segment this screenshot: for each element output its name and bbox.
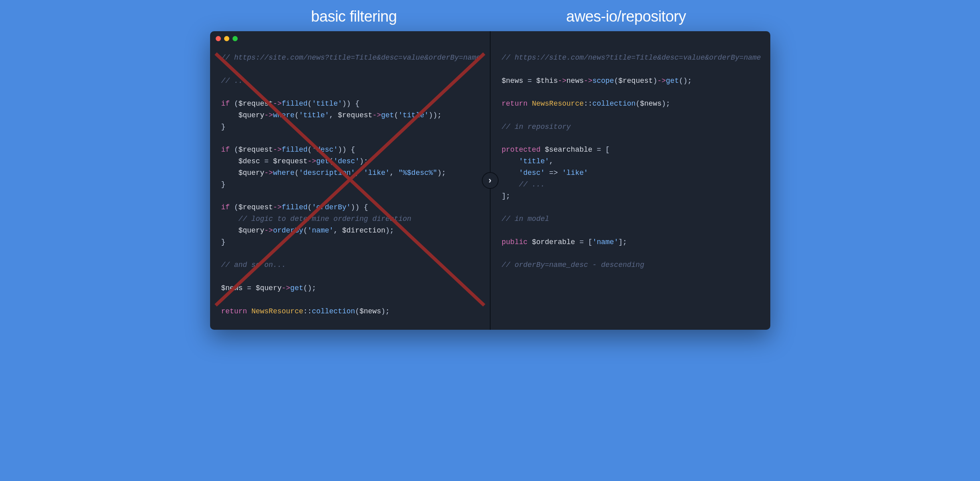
- minimize-icon[interactable]: [224, 36, 229, 41]
- code-var: $request: [618, 77, 653, 85]
- code-comment: // https://site.com/news?title=Title&des…: [221, 54, 481, 62]
- code-string: 'name': [592, 238, 618, 246]
- code-comment: // orderBy=name_desc - descending: [502, 261, 644, 269]
- chevron-right-icon: ›: [489, 175, 491, 186]
- code-var: $orderable: [532, 238, 575, 246]
- code-op: ->: [308, 157, 317, 165]
- code-punc: =: [260, 157, 273, 165]
- code-var: $this: [536, 77, 558, 85]
- code-var: $request: [238, 146, 273, 154]
- code-punc: ,: [333, 226, 342, 234]
- code-fn: collection: [312, 307, 355, 315]
- code-var: $query: [238, 226, 265, 234]
- code-var: $news: [502, 77, 523, 85]
- code-punc: ,: [329, 111, 338, 119]
- code-keyword: protected: [502, 146, 541, 154]
- code-comment: // https://site.com/news?title=Title&des…: [502, 54, 761, 62]
- code-var: $request: [338, 111, 372, 119]
- code-string: 'description': [299, 169, 355, 177]
- code-string: 'like': [364, 169, 390, 177]
- code-string: 'desc': [312, 146, 338, 154]
- code-var: $query: [238, 169, 265, 177]
- code-string: 'title': [299, 111, 329, 119]
- code-punc: }: [221, 123, 226, 131]
- code-class: NewsResource: [532, 100, 584, 108]
- code-keyword: if: [221, 146, 230, 154]
- code-punc: ): [653, 77, 657, 85]
- code-punc: }: [221, 238, 226, 246]
- code-punc: ,: [355, 169, 364, 177]
- code-string: 'title': [312, 100, 342, 108]
- code-fn: get: [316, 157, 329, 165]
- code-punc: }: [221, 180, 226, 188]
- code-punc: );: [437, 169, 446, 177]
- code-punc: ::: [303, 307, 312, 315]
- close-icon[interactable]: [216, 36, 221, 41]
- code-pane-left: // https://site.com/news?title=Title&des…: [210, 31, 491, 330]
- code-block-right: // https://site.com/news?title=Title&des…: [502, 52, 759, 271]
- code-punc: );: [381, 307, 390, 315]
- code-fn: where: [273, 169, 295, 177]
- code-op: ->: [273, 203, 282, 211]
- code-punc: );: [359, 157, 368, 165]
- code-fn: scope: [592, 77, 614, 85]
- code-var: $query: [238, 111, 265, 119]
- code-punc: =: [523, 77, 536, 85]
- heading-right: awes-io/repository: [490, 8, 762, 25]
- code-comment: // in model: [502, 215, 549, 223]
- code-var: $request: [238, 203, 273, 211]
- code-var: $direction: [342, 226, 385, 234]
- code-var: $query: [256, 284, 282, 292]
- code-block-left: // https://site.com/news?title=Title&des…: [221, 52, 479, 317]
- zoom-icon[interactable]: [232, 36, 238, 41]
- code-comment: // ...: [519, 180, 545, 188]
- code-op: ->: [265, 111, 273, 119]
- code-string: "%$desc%": [398, 169, 437, 177]
- code-fn: filled: [282, 100, 308, 108]
- code-keyword: return: [221, 307, 247, 315]
- code-var: $desc: [238, 157, 260, 165]
- code-punc: ();: [679, 77, 691, 85]
- code-string: 'desc': [519, 169, 545, 177]
- code-punc: ];: [618, 238, 627, 246]
- code-punc: =: [243, 284, 256, 292]
- code-op: ->: [584, 77, 593, 85]
- code-comment: // and so on...: [221, 261, 286, 269]
- code-punc: ,: [549, 157, 553, 165]
- code-op: ->: [265, 169, 273, 177]
- code-fn: collection: [592, 100, 635, 108]
- window-titlebar: [210, 31, 770, 46]
- code-punc: ,: [390, 169, 399, 177]
- divider-arrow-icon: ›: [482, 172, 499, 189]
- code-var: news: [567, 77, 584, 85]
- code-class: NewsResource: [251, 307, 303, 315]
- code-punc: );: [385, 226, 394, 234]
- code-var: $news: [221, 284, 243, 292]
- editor-window: // https://site.com/news?title=Title&des…: [210, 31, 770, 330]
- code-string: 'desc': [333, 157, 359, 165]
- code-punc: )) {: [338, 146, 355, 154]
- code-comment: // ...: [221, 77, 247, 85]
- code-fn: get: [290, 284, 303, 292]
- code-var: $request: [238, 100, 273, 108]
- code-string: 'like': [562, 169, 588, 177]
- code-string: 'title': [519, 157, 549, 165]
- code-string: 'orderBy': [312, 203, 351, 211]
- code-comment: // logic to determine ordering direction: [238, 215, 411, 223]
- code-op: ->: [265, 226, 273, 234]
- code-var: $news: [359, 307, 381, 315]
- code-op: ->: [558, 77, 567, 85]
- code-fn: get: [381, 111, 394, 119]
- code-punc: ];: [502, 192, 511, 200]
- headings-row: basic filtering awes-io/repository: [210, 8, 770, 25]
- code-keyword: if: [221, 203, 230, 211]
- code-op: ->: [273, 146, 282, 154]
- code-punc: = [: [575, 238, 592, 246]
- code-fn: get: [666, 77, 679, 85]
- code-op: ->: [657, 77, 666, 85]
- code-fn: where: [273, 111, 295, 119]
- code-op: ->: [282, 284, 291, 292]
- heading-left: basic filtering: [218, 8, 490, 25]
- code-fn: orderBy: [273, 226, 303, 234]
- code-var: $request: [273, 157, 307, 165]
